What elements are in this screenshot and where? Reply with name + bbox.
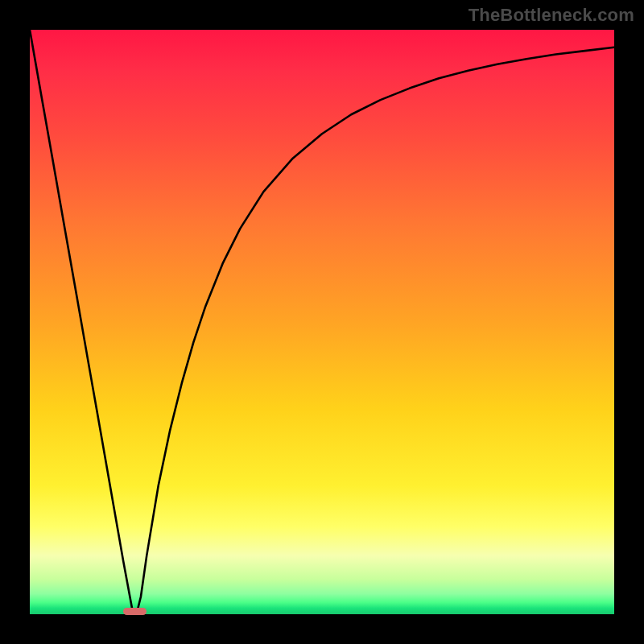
chart-frame: TheBottleneck.com [0,0,644,644]
watermark-text: TheBottleneck.com [469,5,634,26]
bottleneck-curve [30,30,614,614]
plot-area [30,30,614,614]
bottleneck-marker [123,608,147,615]
